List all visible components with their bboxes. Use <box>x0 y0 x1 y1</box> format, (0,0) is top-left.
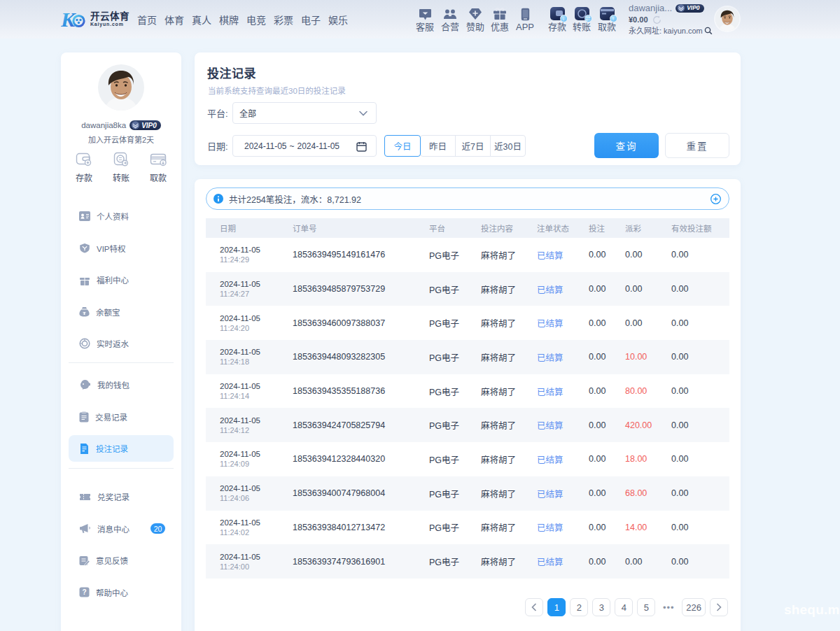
svg-text:?: ? <box>82 588 86 596</box>
